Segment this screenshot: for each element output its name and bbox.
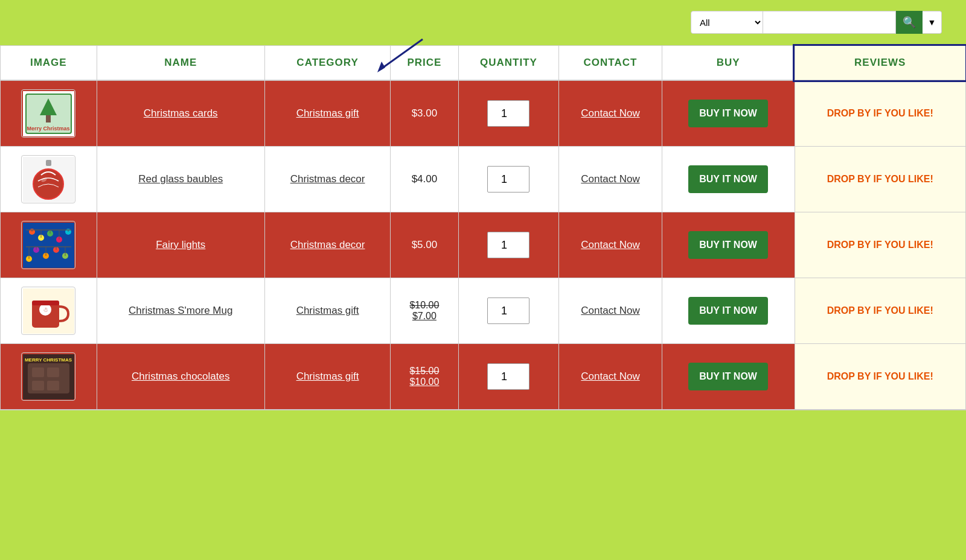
svg-text:MERRY CHRISTMAS: MERRY CHRISTMAS — [25, 357, 72, 363]
product-category-cell: Christmas gift — [264, 80, 390, 147]
product-name-cell: Christmas chocolates — [97, 344, 264, 410]
table-row: ☃ Christmas S'more MugChristmas gift$10.… — [1, 278, 965, 344]
product-buy-cell: BUY IT NOW — [662, 278, 795, 344]
svg-rect-8 — [46, 160, 51, 166]
svg-rect-43 — [47, 368, 59, 377]
table-row: Fairy lightsChristmas decor$5.00Contact … — [1, 212, 965, 278]
product-name-link[interactable]: Christmas cards — [144, 107, 218, 119]
product-buy-cell: BUY IT NOW — [662, 212, 795, 278]
products-table: IMAGE NAME CATEGORY PRICE QUANTITY CONTA… — [1, 46, 965, 410]
product-category-link[interactable]: Christmas decor — [290, 239, 365, 250]
product-name-cell: Christmas cards — [97, 80, 264, 147]
col-image: IMAGE — [1, 46, 97, 80]
product-quantity-cell — [458, 212, 559, 278]
buy-button[interactable]: BUY IT NOW — [688, 165, 768, 193]
svg-line-0 — [380, 39, 423, 69]
svg-marker-1 — [377, 62, 385, 72]
product-original-price: $10.00 — [397, 300, 452, 311]
contact-link[interactable]: Contact Now — [581, 107, 639, 119]
table-row: MERRY CHRISTMAS Christmas chocolatesChri… — [1, 344, 965, 410]
product-image-cell — [1, 212, 97, 278]
review-link[interactable]: DROP BY IF YOU LIKE! — [801, 240, 959, 250]
product-name-link[interactable]: Fairy lights — [156, 239, 205, 250]
col-contact: CONTACT — [559, 46, 662, 80]
table-header-row: IMAGE NAME CATEGORY PRICE QUANTITY CONTA… — [1, 46, 965, 80]
product-price-cell: $15.00$10.00 — [391, 344, 458, 410]
product-reviews-cell: DROP BY IF YOU LIKE! — [795, 147, 965, 212]
contact-link[interactable]: Contact Now — [581, 239, 639, 250]
product-image-cell: Merry Christmas — [1, 80, 97, 147]
col-buy: BUY — [662, 46, 795, 80]
buy-button[interactable]: BUY IT NOW — [688, 297, 768, 325]
search-input[interactable] — [763, 11, 896, 34]
buy-button[interactable]: BUY IT NOW — [688, 363, 768, 390]
contact-link[interactable]: Contact Now — [581, 305, 639, 316]
quantity-input[interactable] — [487, 100, 529, 127]
search-bar: All 🔍 ▼ — [691, 11, 942, 34]
product-contact-cell: Contact Now — [559, 344, 662, 410]
table-row: Red glass baublesChristmas decor$4.00Con… — [1, 147, 965, 212]
review-link[interactable]: DROP BY IF YOU LIKE! — [801, 305, 959, 316]
product-contact-cell: Contact Now — [559, 278, 662, 344]
product-category-link[interactable]: Christmas decor — [290, 173, 365, 185]
product-price-cell: $5.00 — [391, 212, 458, 278]
contact-link[interactable]: Contact Now — [581, 371, 639, 382]
product-contact-cell: Contact Now — [559, 212, 662, 278]
buy-button[interactable]: BUY IT NOW — [688, 231, 768, 259]
product-category-link[interactable]: Christmas gift — [296, 305, 359, 316]
product-image — [21, 221, 75, 269]
product-price-cell: $3.00 — [391, 80, 458, 147]
product-sale-price: $7.00 — [397, 311, 452, 322]
svg-text:☃: ☃ — [42, 306, 48, 313]
review-link[interactable]: DROP BY IF YOU LIKE! — [801, 371, 959, 382]
product-buy-cell: BUY IT NOW — [662, 344, 795, 410]
product-name-link[interactable]: Christmas chocolates — [132, 371, 230, 382]
product-image: ☃ — [21, 287, 75, 335]
search-dropdown-button[interactable]: ▼ — [923, 11, 942, 34]
product-name-link[interactable]: Red glass baubles — [138, 173, 223, 185]
product-price: $5.00 — [412, 239, 438, 250]
product-original-price: $15.00 — [397, 366, 452, 377]
product-price-cell: $10.00$7.00 — [391, 278, 458, 344]
product-category-cell: Christmas decor — [264, 147, 390, 212]
product-contact-cell: Contact Now — [559, 80, 662, 147]
product-name-cell: Christmas S'more Mug — [97, 278, 264, 344]
product-quantity-cell — [458, 344, 559, 410]
product-image: MERRY CHRISTMAS — [21, 352, 75, 401]
svg-rect-42 — [32, 368, 44, 377]
col-name: NAME — [97, 46, 264, 80]
product-image-cell: MERRY CHRISTMAS — [1, 344, 97, 410]
product-buy-cell: BUY IT NOW — [662, 147, 795, 212]
product-reviews-cell: DROP BY IF YOU LIKE! — [795, 212, 965, 278]
buy-button[interactable]: BUY IT NOW — [688, 100, 768, 127]
quantity-input[interactable] — [487, 363, 529, 390]
svg-rect-39 — [32, 301, 59, 305]
quantity-input[interactable] — [487, 232, 529, 258]
contact-link[interactable]: Contact Now — [581, 173, 639, 185]
product-price: $4.00 — [412, 173, 438, 185]
product-reviews-cell: DROP BY IF YOU LIKE! — [795, 344, 965, 410]
quantity-input[interactable] — [487, 166, 529, 192]
search-category-select[interactable]: All — [691, 11, 763, 34]
svg-text:Merry Christmas: Merry Christmas — [27, 126, 69, 132]
product-name-cell: Fairy lights — [97, 212, 264, 278]
header: All 🔍 ▼ — [0, 0, 966, 45]
review-link[interactable]: DROP BY IF YOU LIKE! — [801, 108, 959, 119]
product-category-link[interactable]: Christmas gift — [296, 107, 359, 119]
svg-rect-5 — [46, 115, 51, 122]
search-button[interactable]: 🔍 — [896, 11, 923, 34]
product-category-cell: Christmas decor — [264, 212, 390, 278]
svg-rect-45 — [47, 381, 59, 390]
arrow-annotation-icon — [374, 36, 429, 78]
product-sale-price: $10.00 — [397, 377, 452, 387]
svg-rect-44 — [32, 381, 44, 390]
product-category-link[interactable]: Christmas gift — [296, 371, 359, 382]
product-reviews-cell: DROP BY IF YOU LIKE! — [795, 80, 965, 147]
product-name-link[interactable]: Christmas S'more Mug — [129, 305, 232, 316]
product-image-cell — [1, 147, 97, 212]
quantity-input[interactable] — [487, 298, 529, 324]
review-link[interactable]: DROP BY IF YOU LIKE! — [801, 174, 959, 185]
product-price: $3.00 — [412, 107, 438, 119]
table-row: Merry Christmas Christmas cardsChristmas… — [1, 80, 965, 147]
product-quantity-cell — [458, 278, 559, 344]
